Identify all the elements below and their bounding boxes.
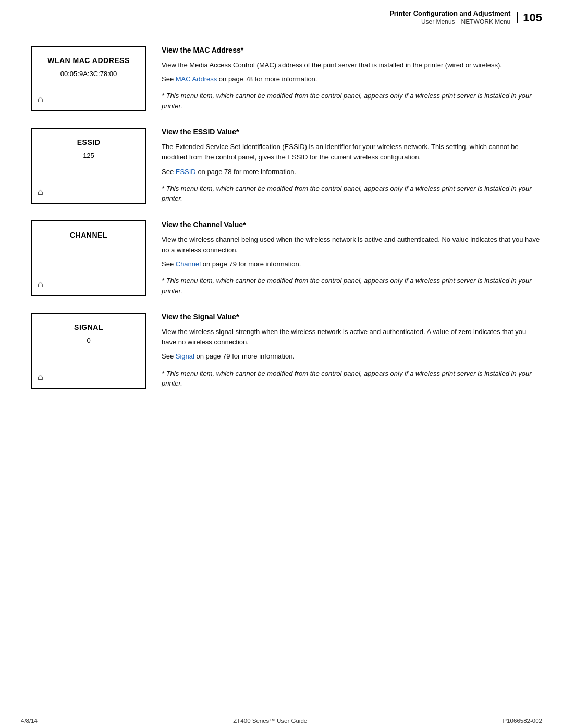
section-text-mac-address: View the MAC Address* View the Media Acc… [162, 46, 542, 111]
header-right: Printer Configuration and Adjustment Use… [389, 9, 542, 26]
section-para-channel-1: View the wireless channel being used whe… [162, 235, 542, 255]
link-channel[interactable]: Channel [176, 260, 201, 268]
section-row-channel: CHANNEL ⌂ View the Channel Value* View t… [31, 220, 542, 296]
lcd-title-essid: ESSID [77, 138, 101, 146]
lcd-value-mac-address: 00:05:9A:3C:78:00 [60, 70, 117, 78]
section-heading-mac-address: View the MAC Address* [162, 46, 542, 54]
home-icon-mac-address: ⌂ [38, 90, 43, 105]
section-row-signal: SIGNAL 0 ⌂ View the Signal Value* View t… [31, 313, 542, 388]
section-heading-channel: View the Channel Value* [162, 220, 542, 229]
page-container: Printer Configuration and Adjustment Use… [0, 0, 563, 728]
footer-left: 4/8/14 [21, 718, 38, 724]
home-icon-channel: ⌂ [38, 275, 43, 290]
section-para-mac-address-2: See MAC Address on page 78 for more info… [162, 74, 542, 84]
page-header: Printer Configuration and Adjustment Use… [0, 0, 563, 30]
footer-center: ZT400 Series™ User Guide [233, 718, 307, 724]
page-footer: 4/8/14 ZT400 Series™ User Guide P1066582… [0, 713, 563, 728]
note-signal: * This menu item, which cannot be modifi… [162, 368, 542, 389]
home-icon-essid: ⌂ [38, 182, 43, 198]
main-content: WLAN MAC ADDRESS 00:05:9A:3C:78:00 ⌂ Vie… [0, 30, 563, 421]
section-heading-signal: View the Signal Value* [162, 313, 542, 321]
note-channel: * This menu item, which cannot be modifi… [162, 276, 542, 296]
section-text-channel: View the Channel Value* View the wireles… [162, 220, 542, 296]
section-para-signal-2: See Signal on page 79 for more informati… [162, 351, 542, 362]
note-essid: * This menu item, which cannot be modifi… [162, 183, 542, 204]
lcd-box-signal: SIGNAL 0 ⌂ [31, 313, 146, 388]
section-text-signal: View the Signal Value* View the wireless… [162, 313, 542, 388]
page-number: 105 [517, 12, 542, 23]
lcd-value-essid: 125 [83, 152, 94, 159]
lcd-title-channel: CHANNEL [70, 231, 107, 239]
header-subtitle: User Menus—NETWORK Menu [389, 18, 510, 26]
lcd-box-channel: CHANNEL ⌂ [31, 220, 146, 296]
section-text-essid: View the ESSID Value* The Extended Servi… [162, 128, 542, 203]
note-text-signal: * This menu item, which cannot be modifi… [162, 369, 532, 388]
home-icon-signal: ⌂ [38, 367, 43, 382]
link-signal[interactable]: Signal [176, 352, 194, 360]
lcd-box-mac-address: WLAN MAC ADDRESS 00:05:9A:3C:78:00 ⌂ [31, 46, 146, 111]
lcd-value-signal: 0 [87, 337, 90, 344]
link-essid[interactable]: ESSID [176, 168, 196, 176]
header-text-block: Printer Configuration and Adjustment Use… [389, 9, 510, 26]
section-row-essid: ESSID 125 ⌂ View the ESSID Value* The Ex… [31, 128, 542, 203]
note-text-essid: * This menu item, which cannot be modifi… [162, 184, 532, 203]
section-para-essid-1: The Extended Service Set Identification … [162, 142, 542, 163]
section-para-mac-address-1: View the Media Access Control (MAC) addr… [162, 60, 542, 70]
lcd-box-essid: ESSID 125 ⌂ [31, 128, 146, 203]
section-row-mac-address: WLAN MAC ADDRESS 00:05:9A:3C:78:00 ⌂ Vie… [31, 46, 542, 111]
lcd-title-mac-address: WLAN MAC ADDRESS [47, 56, 130, 65]
section-para-essid-2: See ESSID on page 78 for more informatio… [162, 167, 542, 177]
note-text-mac-address: * This menu item, which cannot be modifi… [162, 92, 532, 110]
note-text-channel: * This menu item, which cannot be modifi… [162, 277, 532, 295]
section-para-channel-2: See Channel on page 79 for more informat… [162, 259, 542, 269]
header-title: Printer Configuration and Adjustment [389, 9, 510, 17]
footer-right: P1066582-002 [503, 718, 542, 724]
note-mac-address: * This menu item, which cannot be modifi… [162, 91, 542, 111]
lcd-title-signal: SIGNAL [74, 323, 103, 331]
section-para-signal-1: View the wireless signal strength when t… [162, 327, 542, 348]
section-heading-essid: View the ESSID Value* [162, 128, 542, 136]
link-mac-address[interactable]: MAC Address [176, 75, 217, 83]
